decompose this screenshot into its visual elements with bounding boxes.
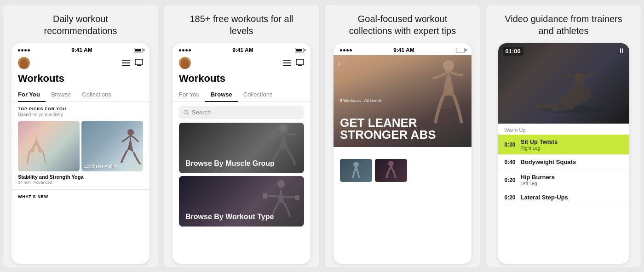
collection-thumbs (334, 159, 472, 182)
hero-back-icon[interactable]: ‹ (338, 60, 340, 68)
svg-rect-2 (122, 65, 130, 66)
svg-point-17 (277, 180, 285, 187)
panel4-title: Video guidance from trainers and athlete… (486, 5, 641, 43)
avatar-silhouette-1 (20, 59, 28, 69)
section-sub-1: Based on your activity (12, 112, 150, 121)
browse-card-workout-bg: Browse By Workout Type (179, 176, 304, 227)
panel-free-workouts: 185+ free workouts for all levels 9:41 A… (164, 5, 319, 267)
tab-collections-2[interactable]: Collections (238, 88, 278, 102)
tab-browse-1[interactable]: Browse (46, 88, 76, 102)
tab-browse-2[interactable]: Browse (205, 88, 238, 102)
exercise-item-0[interactable]: 0:30 Sit Up Twists Right Leg (498, 135, 629, 155)
exercise-item-1[interactable]: 0:40 Bodyweight Squats (498, 155, 629, 170)
status-bar-3: 9:41 AM (334, 43, 472, 55)
hero-title: GET LEANER STRONGER ABS (340, 117, 472, 141)
svg-point-5 (34, 132, 39, 137)
yoga-image (18, 121, 80, 171)
browse-workout-label: Browse By Workout Type (185, 213, 274, 221)
dot2-2 (182, 49, 184, 51)
workout-card-info-1: Stability and Strength Yoga 34 min · Adv… (12, 171, 150, 187)
exercise-info-3: Lateral Step-Ups (521, 194, 623, 201)
exercise-info-0: Sit Up Twists Right Leg (521, 138, 623, 151)
svg-line-18 (265, 196, 297, 198)
dot4 (28, 49, 30, 51)
signal-dots-3 (340, 49, 352, 51)
exercise-info-2: Hip Burners Left Leg (521, 174, 623, 186)
svg-point-28 (388, 161, 394, 166)
svg-rect-4 (137, 65, 141, 66)
whats-new-label: WHAT'S NEW (12, 189, 150, 199)
phone-frame-3: 9:41 AM ‹ 8 Workouts · All Levels GET LE… (334, 43, 472, 264)
panel-daily-workout: Daily workout recommendations 9:41 AM (3, 5, 158, 267)
exercise-name-3: Lateral Step-Ups (521, 194, 623, 201)
status-icons-1 (134, 48, 143, 52)
battery-icon-1 (134, 48, 143, 52)
search-bar[interactable]: Search (179, 106, 304, 119)
profile-icon-2[interactable] (296, 59, 304, 67)
exercise-name-0: Sit Up Twists (521, 138, 623, 145)
phone-frame-2: 9:41 AM Workouts (172, 43, 310, 264)
panel-collections: Goal-focused workout collections with ex… (325, 5, 480, 267)
hero-tag: 8 Workouts · All Levels (340, 98, 382, 103)
tab-for-you-2[interactable]: For You (179, 88, 205, 102)
avatar-silhouette-2 (181, 59, 189, 69)
svg-rect-1 (122, 62, 130, 63)
status-time-1: 9:41 AM (71, 47, 92, 53)
thumb2-figure (375, 159, 407, 182)
svg-rect-0 (122, 60, 130, 61)
video-pause-icon[interactable]: ⏸ (618, 47, 625, 54)
exercise-name-2: Hip Burners (521, 174, 623, 181)
running-image: Explosive Agility (81, 121, 143, 171)
status-bar-2: 9:41 AM (172, 43, 310, 55)
tab-for-you-1[interactable]: For You (18, 88, 46, 102)
exercise-list: 0:30 Sit Up Twists Right Leg 0:40 Bodywe… (498, 135, 629, 264)
browse-cards: Browse By Muscle Group Bro (172, 123, 310, 264)
dot2 (21, 49, 23, 51)
thumb1-figure (340, 159, 372, 182)
video-athlete-svg (528, 50, 620, 119)
list-icon-2[interactable] (283, 60, 291, 66)
collection-desc (334, 147, 472, 154)
header-icons-2 (283, 59, 304, 67)
svg-rect-10 (283, 62, 291, 63)
workouts-title-1: Workouts (12, 72, 150, 88)
panel1-title: Daily workout recommendations (3, 5, 158, 43)
collection-hero: ‹ 8 Workouts · All Levels GET LEANER STR… (334, 55, 472, 147)
svg-rect-9 (283, 60, 291, 61)
status-time-3: 9:41 AM (393, 47, 414, 53)
collection-thumb-1 (340, 159, 372, 182)
svg-rect-12 (296, 59, 304, 65)
svg-point-16 (279, 124, 288, 132)
tab-collections-1[interactable]: Collections (76, 88, 117, 102)
exercise-info-1: Bodyweight Squats (521, 159, 623, 166)
svg-point-21 (443, 60, 454, 71)
exercise-time-2: 0:20 (505, 177, 521, 183)
status-bar-1: 9:41 AM (12, 43, 150, 55)
collection-thumb-2 (375, 159, 407, 182)
svg-rect-3 (135, 59, 143, 65)
running-label: Explosive Agility (84, 164, 117, 169)
workouts-title-2: Workouts (172, 72, 310, 88)
svg-rect-13 (298, 65, 302, 66)
dot3 (24, 49, 27, 51)
dot3-2 (185, 49, 188, 51)
warm-up-label: Warm Up (498, 124, 629, 135)
dot3-3 (346, 49, 349, 51)
workout-images-1: Explosive Agility (12, 121, 150, 171)
exercise-time-1: 0:40 (505, 159, 521, 165)
header-icons-1 (122, 59, 143, 67)
browse-card-muscle[interactable]: Browse By Muscle Group (179, 123, 304, 173)
exercise-item-3[interactable]: 0:20 Lateral Step-Ups (498, 190, 629, 205)
dot4-3 (350, 49, 352, 51)
battery-icon-2 (295, 48, 304, 52)
svg-line-15 (187, 113, 189, 115)
exercise-time-3: 0:20 (505, 194, 521, 201)
profile-icon-1[interactable] (135, 59, 143, 67)
list-icon-1[interactable] (122, 60, 130, 66)
collection-section-title (334, 154, 472, 159)
exercise-item-2[interactable]: 0:20 Hip Burners Left Leg (498, 170, 629, 190)
browse-card-workout[interactable]: Browse By Workout Type (179, 176, 304, 227)
search-icon (184, 110, 189, 115)
video-timer: 01:00 (503, 47, 523, 56)
status-time-2: 9:41 AM (232, 47, 253, 53)
